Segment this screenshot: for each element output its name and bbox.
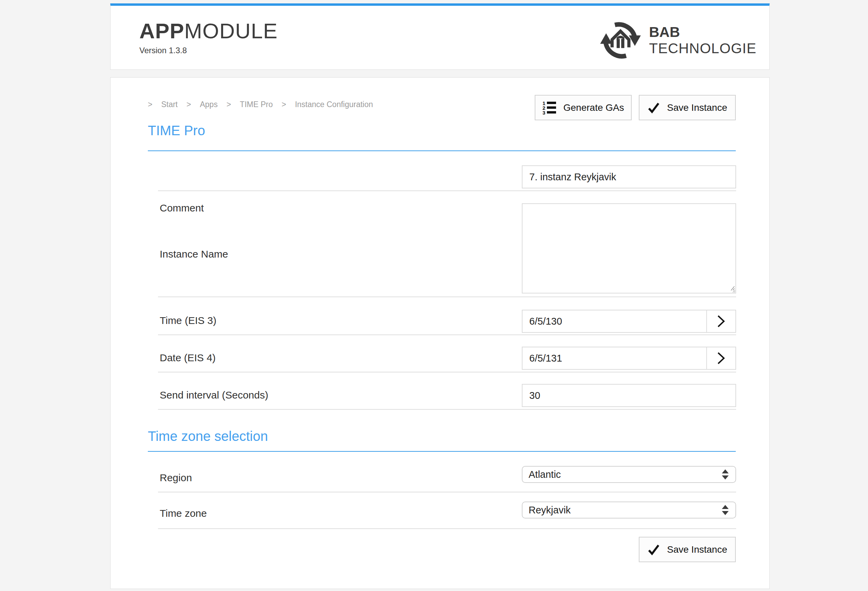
up-down-spinner-icon xyxy=(722,505,729,515)
breadcrumb-item-apps[interactable]: Apps xyxy=(200,100,217,109)
region-select[interactable]: Atlantic xyxy=(522,466,736,483)
section-rule xyxy=(148,451,736,452)
ordered-list-icon: 1 2 3 xyxy=(542,101,557,115)
brand-name: BAB xyxy=(649,24,756,40)
instance-name-label: Instance Name xyxy=(160,248,228,260)
app-title-bold: APP xyxy=(139,19,185,43)
date-eis4-input[interactable] xyxy=(523,347,706,369)
instance-name-input[interactable] xyxy=(522,165,736,189)
row-divider xyxy=(158,372,736,373)
time-zone-select[interactable]: Reykjavik xyxy=(522,501,736,519)
breadcrumb-item-instance-configuration: Instance Configuration xyxy=(295,100,373,109)
row-divider xyxy=(158,492,736,492)
breadcrumb-item-start[interactable]: Start xyxy=(161,100,178,109)
app-title-regular: MODULE xyxy=(185,19,278,43)
brand-logo: BAB TECHNOLOGIE xyxy=(599,19,756,61)
date-eis4-label: Date (EIS 4) xyxy=(160,352,216,364)
app-logo: APPMODULE Version 1.3.8 xyxy=(139,19,278,55)
time-eis3-browse-button[interactable] xyxy=(706,310,735,332)
svg-text:3: 3 xyxy=(542,110,545,115)
region-selected-value: Atlantic xyxy=(528,469,561,480)
chevron-right-icon xyxy=(717,351,726,366)
comment-textarea[interactable] xyxy=(522,203,736,293)
section-rule xyxy=(148,150,736,151)
section-title-time-zone: Time zone selection xyxy=(148,429,268,444)
region-label: Region xyxy=(160,472,192,483)
time-zone-label: Time zone xyxy=(160,508,207,519)
save-instance-label: Save Instance xyxy=(667,102,727,113)
checkmark-icon xyxy=(647,101,660,114)
time-eis3-label: Time (EIS 3) xyxy=(160,315,216,326)
app-title: APPMODULE xyxy=(139,19,278,43)
comment-label: Comment xyxy=(160,202,204,214)
generate-gas-label: Generate GAs xyxy=(564,102,624,113)
checkmark-icon xyxy=(647,543,660,556)
time-eis3-input-group xyxy=(522,310,736,333)
app-version: Version 1.3.8 xyxy=(139,46,278,55)
brand-text: BAB TECHNOLOGIE xyxy=(649,24,756,57)
row-divider xyxy=(158,190,736,191)
time-zone-selected-value: Reykjavik xyxy=(528,505,571,516)
row-divider xyxy=(158,528,736,529)
breadcrumb-separator: > xyxy=(281,100,286,109)
breadcrumb-separator: > xyxy=(226,100,231,109)
save-instance-label: Save Instance xyxy=(667,544,727,555)
breadcrumb-item-time-pro[interactable]: TIME Pro xyxy=(240,100,273,109)
header-panel: APPMODULE Version 1.3.8 BAB TECHNOL xyxy=(110,3,770,70)
send-interval-input[interactable] xyxy=(522,384,736,407)
breadcrumb: > Start > Apps > TIME Pro > Instance Con… xyxy=(148,100,373,109)
date-eis4-input-group xyxy=(522,347,736,370)
breadcrumb-separator: > xyxy=(148,100,152,109)
breadcrumb-separator: > xyxy=(186,100,191,109)
section-title-time-pro: TIME Pro xyxy=(148,123,205,138)
generate-gas-button[interactable]: 1 2 3 Generate GAs xyxy=(535,95,632,120)
time-eis3-input[interactable] xyxy=(523,310,706,332)
row-divider xyxy=(158,335,736,335)
brand-subname: TECHNOLOGIE xyxy=(649,40,756,57)
row-divider xyxy=(158,296,736,297)
up-down-spinner-icon xyxy=(722,469,729,479)
date-eis4-browse-button[interactable] xyxy=(706,347,735,369)
house-recycle-arrows-icon xyxy=(599,19,642,61)
save-instance-button-top[interactable]: Save Instance xyxy=(639,95,736,120)
chevron-right-icon xyxy=(717,314,726,329)
row-divider xyxy=(158,409,736,410)
content-panel: > Start > Apps > TIME Pro > Instance Con… xyxy=(110,77,770,589)
send-interval-label: Send interval (Seconds) xyxy=(160,389,268,401)
save-instance-button-bottom[interactable]: Save Instance xyxy=(639,537,736,562)
